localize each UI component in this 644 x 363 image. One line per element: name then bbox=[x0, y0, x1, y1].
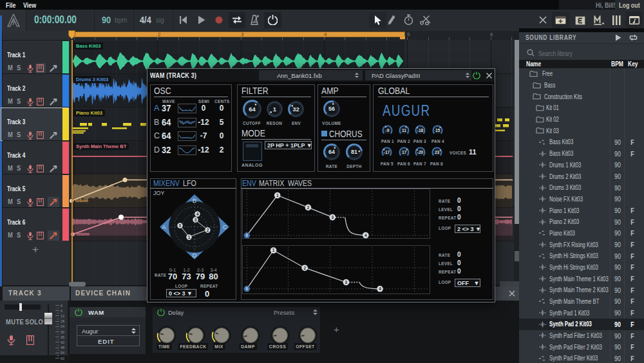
svg-text:2: 2 bbox=[207, 227, 209, 232]
svg-text:-18: -18 bbox=[417, 127, 423, 132]
svg-text:1: 1 bbox=[272, 248, 275, 252]
svg-text:B: B bbox=[193, 197, 196, 204]
svg-text:1: 1 bbox=[188, 234, 191, 239]
svg-text:56: 56 bbox=[328, 106, 335, 112]
svg-text:C: C bbox=[223, 223, 227, 230]
svg-text:2: 2 bbox=[303, 266, 306, 270]
svg-text:-9: -9 bbox=[386, 127, 390, 132]
svg-text:64: 64 bbox=[249, 105, 256, 112]
svg-text:23: 23 bbox=[434, 150, 439, 154]
svg-text:4: 4 bbox=[365, 233, 367, 237]
svg-text:64: 64 bbox=[328, 149, 335, 155]
svg-text:-17: -17 bbox=[384, 150, 390, 154]
svg-text:32: 32 bbox=[292, 105, 299, 112]
svg-text:3: 3 bbox=[194, 218, 196, 222]
svg-text:3: 3 bbox=[345, 280, 348, 284]
svg-text:A: A bbox=[162, 223, 166, 230]
svg-text:2: 2 bbox=[307, 205, 310, 210]
svg-text:-20: -20 bbox=[417, 150, 423, 154]
svg-text:0: 0 bbox=[245, 286, 248, 291]
svg-text:4: 4 bbox=[379, 286, 381, 291]
svg-text:15: 15 bbox=[435, 127, 440, 132]
svg-text:17: 17 bbox=[401, 150, 406, 154]
svg-text:4: 4 bbox=[196, 211, 198, 216]
svg-text:11: 11 bbox=[402, 127, 406, 132]
svg-text:3: 3 bbox=[331, 215, 334, 219]
svg-text:D: D bbox=[193, 252, 197, 259]
svg-text:0: 0 bbox=[179, 223, 182, 228]
svg-text:1: 1 bbox=[272, 105, 276, 112]
svg-text:81: 81 bbox=[350, 149, 357, 155]
svg-text:1: 1 bbox=[276, 193, 279, 198]
svg-text:0: 0 bbox=[245, 233, 248, 237]
